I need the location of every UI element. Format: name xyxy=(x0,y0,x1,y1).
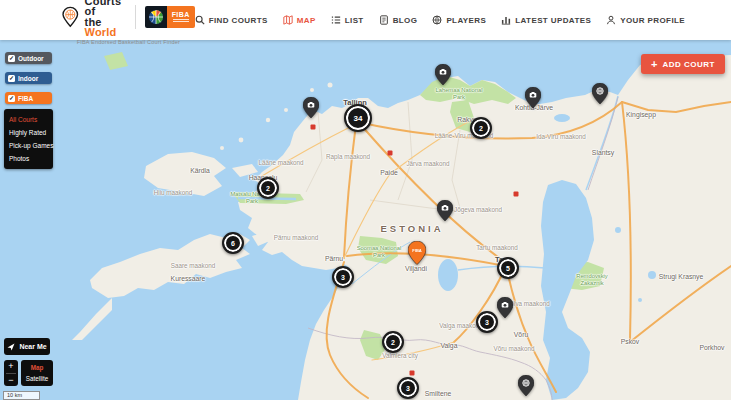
header: Courts of the World xyxy=(0,0,731,40)
map-type-control: Map Satellite xyxy=(21,360,53,386)
profile-icon xyxy=(606,15,616,25)
court-cluster-marker[interactable]: 2 xyxy=(382,331,404,353)
basketball-court-pin[interactable] xyxy=(518,375,534,396)
map-scale: 10 km xyxy=(3,391,40,400)
category-filter-all-courts[interactable]: All Courts xyxy=(9,113,48,126)
plus-icon: + xyxy=(651,59,657,69)
zoom-control: + − xyxy=(4,360,18,386)
photo-court-pin[interactable] xyxy=(497,297,513,318)
court-cluster-marker[interactable]: 3 xyxy=(332,266,354,288)
filter-toggle-indoor[interactable]: ✓Indoor xyxy=(5,72,52,84)
players-icon xyxy=(432,15,442,25)
zoom-out-button[interactable]: − xyxy=(4,374,18,387)
fiba-globe-icon xyxy=(145,6,167,28)
list-icon xyxy=(331,15,341,25)
nav-item-map[interactable]: MAP xyxy=(283,15,316,25)
court-cluster-marker[interactable]: 3 xyxy=(476,311,498,333)
search-icon xyxy=(195,15,205,25)
court-cluster-marker[interactable]: 3 xyxy=(397,377,419,399)
blog-icon xyxy=(379,15,389,25)
brand-tagline: FIBA Endorsed Basketball Court Finder xyxy=(77,39,180,45)
updates-icon xyxy=(501,15,511,25)
basketball-court-pin[interactable] xyxy=(592,83,608,104)
court-cluster-marker[interactable]: 34 xyxy=(344,104,372,132)
court-cluster-marker[interactable]: 2 xyxy=(470,117,492,139)
court-cluster-marker[interactable]: 5 xyxy=(497,257,519,279)
court-cluster-marker[interactable]: 6 xyxy=(222,232,244,254)
divider xyxy=(135,5,136,29)
satellite-style-button[interactable]: Satellite xyxy=(21,373,53,384)
map-basemap xyxy=(0,40,731,400)
nav-item-find-courts[interactable]: FIND COURTS xyxy=(195,15,268,25)
court-cluster-marker[interactable]: 2 xyxy=(257,177,279,199)
category-filter-photos[interactable]: Photos xyxy=(9,152,48,165)
map-canvas[interactable]: TallinnTartuESTONIARakvereKohtla-JärveKi… xyxy=(0,40,731,400)
brand-name: Courts of the World xyxy=(85,0,126,38)
photo-court-pin[interactable] xyxy=(525,87,541,108)
main-nav: FIND COURTSMAPLISTBLOGPLAYERSLATEST UPDA… xyxy=(195,15,685,25)
map-style-button[interactable]: Map xyxy=(21,362,53,373)
add-court-button[interactable]: + ADD COURT xyxy=(641,54,725,74)
brand-logo[interactable]: Courts of the World xyxy=(62,0,195,45)
navigation-arrow-icon xyxy=(7,343,15,351)
zoom-in-button[interactable]: + xyxy=(4,360,18,373)
category-filter-panel: All CourtsHighly RatedPick-up GamesPhoto… xyxy=(4,109,53,169)
fiba-logo: FIBA xyxy=(145,6,195,28)
filter-toggle-outdoor[interactable]: ✓Outdoor xyxy=(5,52,52,64)
nav-item-your-profile[interactable]: YOUR PROFILE xyxy=(606,15,685,25)
map-icon xyxy=(283,15,293,25)
photo-court-pin[interactable] xyxy=(303,97,319,118)
fiba-court-pin[interactable]: FIBA xyxy=(408,241,426,265)
filter-toggles: ✓Outdoor✓Indoor✓FIBA xyxy=(5,52,52,112)
svg-text:FIBA: FIBA xyxy=(412,248,421,253)
nav-item-list[interactable]: LIST xyxy=(331,15,364,25)
checkbox-checked-icon[interactable]: ✓ xyxy=(8,55,15,62)
checkbox-checked-icon[interactable]: ✓ xyxy=(8,95,15,102)
filter-toggle-fiba[interactable]: ✓FIBA xyxy=(5,92,52,104)
photo-court-pin[interactable] xyxy=(435,64,451,85)
basketball-pin-logo-icon xyxy=(62,4,79,30)
category-filter-pick-up-games[interactable]: Pick-up Games xyxy=(9,139,48,152)
photo-court-pin[interactable] xyxy=(437,200,453,221)
fiba-badge: FIBA xyxy=(167,6,195,28)
app-window: Courts of the World xyxy=(0,0,731,400)
nav-item-blog[interactable]: BLOG xyxy=(379,15,418,25)
checkbox-checked-icon[interactable]: ✓ xyxy=(8,75,15,82)
nav-item-players[interactable]: PLAYERS xyxy=(432,15,486,25)
nav-item-latest-updates[interactable]: LATEST UPDATES xyxy=(501,15,591,25)
near-me-button[interactable]: Near Me xyxy=(4,338,50,355)
category-filter-highly-rated[interactable]: Highly Rated xyxy=(9,126,48,139)
